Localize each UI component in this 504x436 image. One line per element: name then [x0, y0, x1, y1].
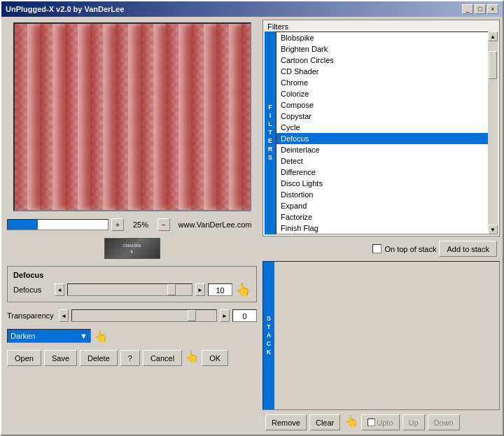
down-button[interactable]: Down [428, 414, 460, 430]
website-text: www.VanDerLee.com [173, 220, 257, 229]
filters-list[interactable]: BlobspikeBrighten DarkCartoon CirclesCD … [276, 31, 498, 234]
upto-label: Upto [377, 419, 393, 427]
save-button[interactable]: Save [44, 350, 77, 366]
filter-item-flip-hue[interactable]: Flip Hue [276, 234, 497, 234]
scrollbar-up-arrow[interactable]: ▲ [488, 31, 498, 41]
defocus-slider-right-arrow[interactable]: ► [195, 283, 205, 296]
filter-item-cartoon-circles[interactable]: Cartoon Circles [276, 55, 497, 66]
progress-bar-fill [8, 220, 38, 230]
cancel-button[interactable]: Cancel [143, 350, 182, 366]
up-button[interactable]: Up [402, 414, 425, 430]
website-logo: claudiak [104, 238, 160, 259]
transparency-value[interactable]: 0 [232, 309, 257, 322]
help-button[interactable]: ? [120, 350, 140, 366]
defocus-panel: Defocus Defocus ◄ ► 10 👆 [7, 266, 257, 302]
defocus-slider-thumb[interactable] [167, 284, 176, 295]
stack-content [274, 262, 499, 409]
preview-area [13, 22, 251, 211]
filters-container: FILTERS BlobspikeBrighten DarkCartoon Ci… [265, 31, 498, 234]
filter-item-finish-flag[interactable]: Finish Flag [276, 223, 497, 234]
stack-area: STACK [262, 261, 500, 410]
progress-value: 25% [127, 220, 155, 229]
main-window: UnPlugged-X v2.0 by VanDerLee _ □ × + [0, 0, 504, 436]
main-content: + 25% − www.VanDerLee.com claudiak Defoc… [1, 17, 503, 435]
preview-image [15, 24, 250, 210]
filter-item-brighten-dark[interactable]: Brighten Dark [276, 43, 497, 55]
ok-button[interactable]: OK [202, 350, 228, 366]
close-button[interactable]: × [487, 4, 498, 14]
blend-dropdown-row: Darken ▼ 👆 [4, 328, 260, 344]
filter-item-cycle[interactable]: Cycle [276, 122, 497, 133]
transparency-slider-right[interactable]: ► [220, 309, 230, 322]
transparency-slider-thumb[interactable] [188, 310, 196, 321]
minimize-button[interactable]: _ [462, 4, 473, 14]
clear-cursor-icon: 👆 [344, 414, 358, 430]
progress-plus-button[interactable]: + [111, 218, 124, 231]
defocus-slider-track[interactable] [67, 283, 192, 296]
logo-text: claudiak [123, 242, 141, 255]
filter-item-disco-lights[interactable]: Disco Lights [276, 178, 497, 189]
transparency-slider-left[interactable]: ◄ [59, 309, 69, 322]
filter-item-colorize[interactable]: Colorize [276, 88, 497, 99]
transparency-slider-track[interactable] [71, 309, 217, 322]
scrollbar-down-arrow[interactable]: ▼ [488, 225, 498, 234]
dropdown-cursor-icon: 👆 [94, 330, 108, 343]
filter-item-cd-shader[interactable]: CD Shader [276, 66, 497, 77]
on-top-label: On top of stack [384, 245, 436, 253]
filter-item-chrome[interactable]: Chrome [276, 77, 497, 88]
on-top-row: On top of stack Add to stack [262, 239, 500, 258]
right-panel: Filters FILTERS BlobspikeBrighten DarkCa… [262, 20, 500, 432]
progress-minus-button[interactable]: − [158, 218, 170, 231]
defocus-slider-row: Defocus ◄ ► 10 👆 [13, 282, 251, 297]
filter-item-difference[interactable]: Difference [276, 167, 497, 178]
filter-item-expand[interactable]: Expand [276, 200, 497, 211]
clear-button[interactable]: Clear [309, 414, 340, 430]
filter-item-defocus[interactable]: Defocus [276, 133, 497, 144]
on-top-checkbox-area: On top of stack [372, 244, 436, 253]
window-title: UnPlugged-X v2.0 by VanDerLee [6, 5, 124, 13]
stack-buttons: Remove Clear 👆 Upto Up Down [262, 413, 500, 432]
filter-item-compose[interactable]: Compose [276, 99, 497, 111]
add-to-stack-button[interactable]: Add to stack [439, 241, 497, 257]
left-panel: + 25% − www.VanDerLee.com claudiak Defoc… [4, 20, 260, 432]
defocus-param-label: Defocus [13, 286, 52, 294]
delete-button[interactable]: Delete [80, 350, 118, 366]
defocus-slider-left-arrow[interactable]: ◄ [55, 283, 64, 296]
filters-title: Filters [265, 22, 498, 31]
remove-button[interactable]: Remove [265, 414, 307, 430]
title-bar-buttons: _ □ × [462, 4, 498, 14]
filter-item-blobspike[interactable]: Blobspike [276, 32, 497, 43]
filters-sidebar: FILTERS [265, 31, 276, 234]
progress-area: + 25% − www.VanDerLee.com [4, 217, 260, 232]
filters-scrollbar[interactable]: ▲ ▼ [488, 31, 498, 234]
filter-item-copystar[interactable]: Copystar [276, 111, 497, 122]
cancel-cursor-icon: 👆 [185, 350, 199, 366]
blend-dropdown-value: Darken [10, 332, 35, 340]
blend-dropdown[interactable]: Darken ▼ [7, 329, 91, 343]
open-button[interactable]: Open [7, 350, 41, 366]
defocus-cursor-icon: 👆 [235, 282, 251, 297]
transparency-label: Transparency [7, 311, 56, 320]
upto-checkbox[interactable] [368, 419, 375, 426]
stack-sidebar: STACK [263, 262, 274, 409]
filter-item-distortion[interactable]: Distortion [276, 189, 497, 200]
filter-item-factorize[interactable]: Factorize [276, 211, 497, 223]
defocus-group-label: Defocus [13, 271, 251, 279]
filters-group: Filters FILTERS BlobspikeBrighten DarkCa… [262, 20, 500, 237]
transparency-row: Transparency ◄ ► 0 [4, 307, 260, 325]
defocus-value[interactable]: 10 [208, 283, 232, 296]
stack-sidebar-text: STACK [265, 315, 272, 357]
filter-item-detect[interactable]: Detect [276, 155, 497, 167]
filters-list-container: BlobspikeBrighten DarkCartoon CirclesCD … [276, 31, 498, 234]
filter-item-deinterlace[interactable]: Deinterlace [276, 144, 497, 155]
maximize-button[interactable]: □ [475, 4, 486, 14]
filters-sidebar-text: FILTERS [267, 104, 274, 162]
progress-bar-container [7, 219, 108, 230]
blur-stripes-overlay [15, 24, 250, 210]
on-top-checkbox[interactable] [372, 244, 382, 253]
blend-dropdown-arrow: ▼ [80, 332, 88, 340]
scrollbar-thumb[interactable] [489, 51, 497, 79]
title-bar: UnPlugged-X v2.0 by VanDerLee _ □ × [1, 1, 503, 17]
action-buttons: Open Save Delete ? Cancel 👆 OK [4, 347, 260, 369]
upto-button[interactable]: Upto [361, 414, 399, 430]
